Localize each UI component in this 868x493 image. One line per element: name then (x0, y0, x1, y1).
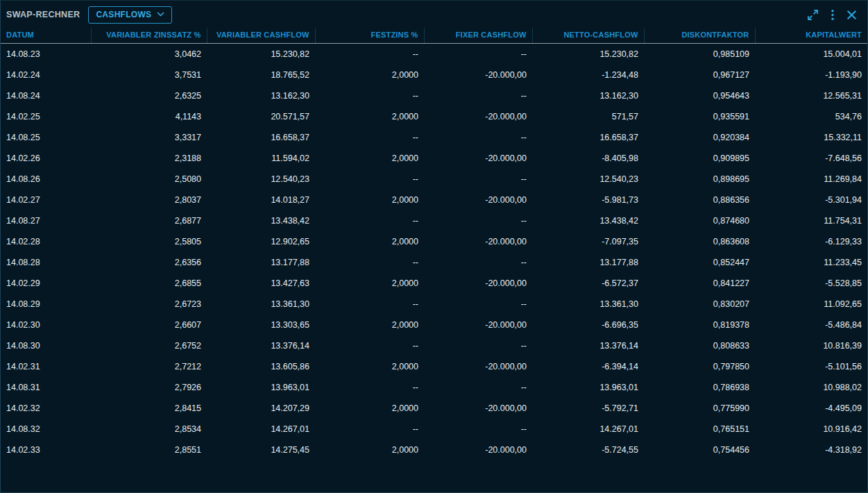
table-cell: -- (315, 210, 424, 231)
table-cell: 2,5805 (91, 231, 207, 252)
table-row[interactable]: 14.08.312,792613.963,01----13.963,010,78… (1, 377, 867, 398)
table-cell: 0,852447 (644, 252, 755, 273)
table-cell: 2,8415 (91, 398, 207, 419)
table-cell: -- (424, 335, 532, 356)
table-row[interactable]: 14.08.322,853414.267,01----14.267,010,76… (1, 419, 867, 440)
table-cell: 11.269,84 (755, 169, 867, 190)
table-cell: 0,830207 (644, 294, 755, 315)
column-header[interactable]: DATUM (1, 28, 91, 44)
table-cell: -20.000,00 (424, 273, 532, 294)
cashflow-table: DATUMVARIABLER ZINSSATZ %VARIABLER CASHF… (1, 28, 867, 460)
table-cell: 10.988,02 (755, 377, 867, 398)
menu-button[interactable] (831, 8, 835, 22)
column-header[interactable]: FIXER CASHFLOW (424, 28, 532, 44)
table-cell: 4,1143 (91, 106, 207, 127)
table-cell: -- (315, 169, 424, 190)
table-cell: 0,786938 (644, 377, 755, 398)
window-title: SWAP-RECHNER (6, 10, 80, 19)
table-cell: 2,0000 (315, 440, 424, 460)
table-cell: -20.000,00 (424, 65, 532, 85)
table-row[interactable]: 14.08.233,046215.230,82----15.230,820,98… (1, 44, 867, 65)
table-cell: -4.318,92 (755, 440, 867, 460)
table-row[interactable]: 14.08.282,635613.177,88----13.177,880,85… (1, 252, 867, 273)
table-row[interactable]: 14.02.254,114320.571,572,0000-20.000,005… (1, 106, 867, 127)
table-cell: -8.405,98 (532, 148, 644, 169)
close-button[interactable] (846, 9, 858, 21)
table-cell: 15.004,01 (755, 44, 867, 65)
column-header[interactable]: KAPITALWERT (755, 28, 867, 44)
table-cell: 0,985109 (644, 44, 755, 65)
table-cell: 14.207,29 (207, 398, 315, 419)
table-cell: 2,8551 (91, 440, 207, 460)
table-row[interactable]: 14.02.292,685513.427,632,0000-20.000,00-… (1, 273, 867, 294)
table-row[interactable]: 14.02.282,580512.902,652,0000-20.000,00-… (1, 231, 867, 252)
column-header[interactable]: DISKONTFAKTOR (644, 28, 755, 44)
table-cell: -20.000,00 (424, 148, 532, 169)
table-row[interactable]: 14.08.253,331716.658,37----16.658,370,92… (1, 127, 867, 148)
table-cell: 14.02.25 (1, 106, 91, 127)
table-cell: 0,909895 (644, 148, 755, 169)
table-cell: 13.963,01 (207, 377, 315, 398)
table-cell: 11.754,31 (755, 210, 867, 231)
table-cell: 10.916,42 (755, 419, 867, 440)
table-cell: 2,7926 (91, 377, 207, 398)
table-cell: 2,6855 (91, 273, 207, 294)
table-cell: -- (424, 419, 532, 440)
table-cell: 13.376,14 (532, 335, 644, 356)
table-cell: 2,6723 (91, 294, 207, 315)
table-row[interactable]: 14.02.312,721213.605,862,0000-20.000,00-… (1, 356, 867, 377)
table-row[interactable]: 14.08.242,632513.162,30----13.162,300,95… (1, 85, 867, 106)
table-cell: 14.08.23 (1, 44, 91, 65)
table-cell: 18.765,52 (207, 65, 315, 85)
table-cell: 13.177,88 (532, 252, 644, 273)
table-cell: 2,0000 (315, 356, 424, 377)
table-cell: 2,8037 (91, 190, 207, 210)
table-cell: 11.092,65 (755, 294, 867, 315)
table-cell: 16.658,37 (207, 127, 315, 148)
column-header[interactable]: NETTO-CASHFLOW (532, 28, 644, 44)
table-cell: 14.08.27 (1, 210, 91, 231)
table-cell: 2,6752 (91, 335, 207, 356)
table-cell: 0,920384 (644, 127, 755, 148)
table-cell: 16.658,37 (532, 127, 644, 148)
table-row[interactable]: 14.02.332,855114.275,452,0000-20.000,00-… (1, 440, 867, 460)
table-cell: 14.02.24 (1, 65, 91, 85)
table-cell: 534,76 (755, 106, 867, 127)
expand-button[interactable] (806, 8, 819, 22)
table-cell: -- (315, 294, 424, 315)
table-cell: 3,0462 (91, 44, 207, 65)
table-cell: 0,775990 (644, 398, 755, 419)
table-row[interactable]: 14.02.262,318811.594,022,0000-20.000,00-… (1, 148, 867, 169)
table-row[interactable]: 14.02.302,660713.303,652,0000-20.000,00-… (1, 315, 867, 335)
table-cell: -- (315, 377, 424, 398)
column-header[interactable]: VARIABLER ZINSSATZ % (91, 28, 207, 44)
table-cell: 15.230,82 (532, 44, 644, 65)
table-cell: 14.02.33 (1, 440, 91, 460)
column-header[interactable]: FESTZINS % (315, 28, 424, 44)
table-cell: -6.696,35 (532, 315, 644, 335)
table-row[interactable]: 14.08.272,687713.438,42----13.438,420,87… (1, 210, 867, 231)
table-cell: 20.571,57 (207, 106, 315, 127)
table-row[interactable]: 14.08.302,675213.376,14----13.376,140,80… (1, 335, 867, 356)
table-cell: -- (315, 85, 424, 106)
table-cell: 14.02.28 (1, 231, 91, 252)
table-cell: 0,841227 (644, 273, 755, 294)
table-header-row: DATUMVARIABLER ZINSSATZ %VARIABLER CASHF… (1, 28, 867, 44)
table-cell: -- (315, 44, 424, 65)
table-cell: 13.162,30 (207, 85, 315, 106)
table-cell: -1.234,48 (532, 65, 644, 85)
table-row[interactable]: 14.02.322,841514.207,292,0000-20.000,00-… (1, 398, 867, 419)
expand-icon (806, 8, 819, 22)
column-header[interactable]: VARIABLER CASHFLOW (207, 28, 315, 44)
table-row[interactable]: 14.08.262,508012.540,23----12.540,230,89… (1, 169, 867, 190)
table-cell: 12.540,23 (532, 169, 644, 190)
table-cell: 14.267,01 (207, 419, 315, 440)
table-cell: 13.605,86 (207, 356, 315, 377)
table-cell: 14.08.28 (1, 252, 91, 273)
table-row[interactable]: 14.02.272,803714.018,272,0000-20.000,00-… (1, 190, 867, 210)
view-dropdown[interactable]: CASHFLOWS (88, 6, 172, 24)
table-row[interactable]: 14.08.292,672313.361,30----13.361,300,83… (1, 294, 867, 315)
table-cell: -20.000,00 (424, 398, 532, 419)
table-row[interactable]: 14.02.243,753118.765,522,0000-20.000,00-… (1, 65, 867, 85)
table-cell: 14.02.29 (1, 273, 91, 294)
